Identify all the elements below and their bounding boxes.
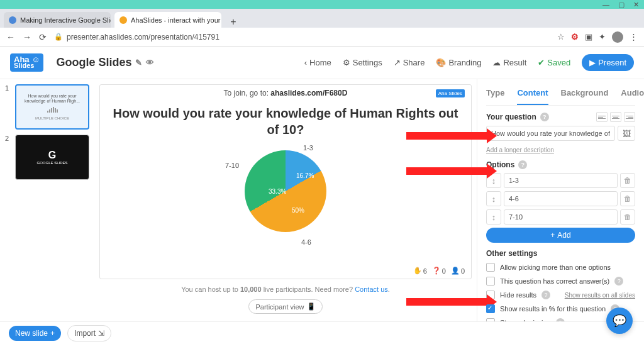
contact-link[interactable]: Contact us: [355, 286, 388, 293]
drag-handle-icon[interactable]: ↕: [486, 209, 501, 225]
participant-view-button[interactable]: Participant view📱: [248, 299, 322, 314]
checkbox-checked[interactable]: [486, 304, 495, 313]
address-bar[interactable]: 🔒 presenter.ahaslides.com/presentation/4…: [54, 33, 550, 42]
panel-tab-background[interactable]: Background: [561, 86, 609, 105]
browser-tabs: Making Interactive Google Slides × AhaSl…: [0, 9, 644, 28]
app-header: Aha ☺ Slides Google Slides ✎ 👁 ‹Home ⚙Se…: [0, 47, 644, 79]
palette-icon: 🎨: [436, 58, 446, 67]
nav-result[interactable]: ☁Result: [492, 58, 526, 67]
align-center-icon[interactable]: [610, 112, 621, 122]
annotation-arrow: [406, 167, 488, 175]
questions-count: ❓0: [432, 267, 446, 275]
help-icon[interactable]: ?: [541, 291, 550, 299]
checkbox[interactable]: [486, 263, 495, 272]
edit-icon[interactable]: ✎: [135, 58, 142, 67]
delete-option-button[interactable]: 🗑: [620, 173, 635, 188]
show-all-results-link[interactable]: Show results on all slides: [565, 292, 635, 299]
mini-logo: Aha Slides: [436, 89, 465, 97]
image-icon: 🖼: [623, 129, 631, 138]
add-option-button[interactable]: +Add: [486, 228, 635, 243]
import-icon: ⇲: [98, 329, 104, 338]
help-icon[interactable]: ?: [540, 113, 549, 121]
hand-icon: ✋: [413, 267, 422, 275]
window-minimize[interactable]: —: [602, 1, 609, 8]
new-tab-button[interactable]: +: [225, 16, 242, 28]
delete-option-button[interactable]: 🗑: [620, 209, 635, 225]
your-question-label: Your question ?: [486, 112, 635, 122]
cast-icon[interactable]: ▣: [585, 32, 592, 42]
drag-handle-icon[interactable]: ↕: [486, 191, 501, 206]
pie-chart: 1-3 4-6 7-10 16.7% 50% 33.3%: [229, 144, 342, 245]
window-maximize[interactable]: ▢: [618, 1, 625, 9]
tab-title: Making Interactive Google Slides: [20, 16, 111, 24]
add-description-link[interactable]: Add a longer description: [486, 147, 554, 153]
setting-has-correct[interactable]: This question has correct answer(s) ?: [486, 277, 635, 286]
extension-badge-icon[interactable]: ⚙: [571, 32, 579, 42]
present-button[interactable]: ▶Present: [582, 54, 634, 71]
align-left-icon[interactable]: [596, 112, 608, 122]
help-icon[interactable]: ?: [556, 318, 565, 321]
option-input[interactable]: [504, 173, 618, 188]
option-input[interactable]: [504, 209, 618, 225]
thumb-label: GOOGLE SLIDES: [36, 161, 67, 165]
nav-branding[interactable]: 🎨Branding: [436, 58, 481, 67]
nav-settings[interactable]: ⚙Settings: [343, 58, 382, 67]
panel-tab-content[interactable]: Content: [517, 86, 548, 105]
logo-bottom: Slides: [14, 63, 40, 69]
chat-fab[interactable]: 💬: [606, 308, 633, 334]
extensions-icon[interactable]: ✦: [599, 32, 606, 42]
nav-home[interactable]: ‹Home: [304, 58, 331, 67]
annotation-arrow: [406, 298, 488, 306]
presentation-title[interactable]: Google Slides ✎ 👁: [56, 56, 154, 69]
annotation-arrow: [406, 132, 488, 140]
image-button[interactable]: 🖼: [618, 126, 635, 141]
thumb-number: 2: [5, 135, 11, 180]
play-icon: ▶: [589, 58, 596, 67]
question-input[interactable]: [486, 126, 615, 141]
window-close[interactable]: ✕: [633, 1, 639, 9]
slide-thumbnail-2[interactable]: G GOOGLE SLIDES: [15, 135, 89, 180]
pie-category-label: 4-6: [301, 238, 311, 246]
help-icon[interactable]: ?: [614, 277, 623, 286]
browser-tab-active[interactable]: AhaSlides - interact with your au ×: [114, 12, 221, 28]
setting-allow-multi[interactable]: Allow picking more than one options: [486, 263, 635, 272]
share-icon: ↗: [394, 58, 401, 67]
user-icon: 👤: [451, 267, 460, 275]
toolbar-icons: ☆ ⚙ ▣ ✦ ⋮: [557, 31, 638, 43]
slide-canvas[interactable]: To join, go to: ahaslides.com/F680D Aha …: [99, 84, 472, 279]
profile-avatar-icon[interactable]: [612, 31, 623, 43]
join-code: ahaslides.com/F680D: [270, 89, 347, 97]
menu-icon[interactable]: ⋮: [630, 32, 638, 42]
new-slide-button[interactable]: New slide+: [9, 326, 61, 341]
panel-tabs: Type Content Background Audio: [486, 86, 635, 106]
bottom-toolbar: New slide+ Import⇲: [0, 321, 644, 344]
panel-tab-audio[interactable]: Audio: [621, 86, 644, 105]
pie-category-label: 1-3: [303, 144, 313, 152]
title-text: Google Slides: [56, 56, 131, 69]
browser-toolbar: ← → ⟳ 🔒 presenter.ahaslides.com/presenta…: [0, 28, 644, 47]
options-label: Options ?: [486, 160, 635, 169]
checkbox[interactable]: [486, 318, 495, 321]
pie-category-label: 7-10: [225, 162, 239, 169]
visibility-icon[interactable]: 👁: [146, 58, 154, 67]
slide-thumbnail-1[interactable]: How would you rate your knowledge of Hum…: [15, 84, 89, 130]
plus-icon: +: [50, 329, 55, 338]
help-icon[interactable]: ?: [518, 160, 527, 169]
align-right-icon[interactable]: [624, 112, 635, 122]
nav-share[interactable]: ↗Share: [394, 58, 425, 67]
panel-tab-type[interactable]: Type: [486, 86, 504, 105]
import-button[interactable]: Import⇲: [67, 325, 111, 341]
option-input[interactable]: [504, 191, 618, 206]
back-button[interactable]: ←: [6, 32, 15, 42]
gear-icon: ⚙: [343, 58, 350, 67]
checkbox[interactable]: [486, 277, 495, 286]
ahaslides-logo[interactable]: Aha ☺ Slides: [10, 53, 43, 72]
delete-option-button[interactable]: 🗑: [620, 191, 635, 206]
setting-hide-results[interactable]: Hide results ? Show results on all slide…: [486, 291, 635, 299]
reload-button[interactable]: ⟳: [39, 32, 47, 42]
star-icon[interactable]: ☆: [557, 32, 565, 42]
forward-button[interactable]: →: [23, 32, 31, 42]
pie-value-label: 50%: [292, 207, 304, 214]
trash-icon: 🗑: [624, 194, 631, 203]
browser-tab[interactable]: Making Interactive Google Slides ×: [4, 12, 111, 28]
